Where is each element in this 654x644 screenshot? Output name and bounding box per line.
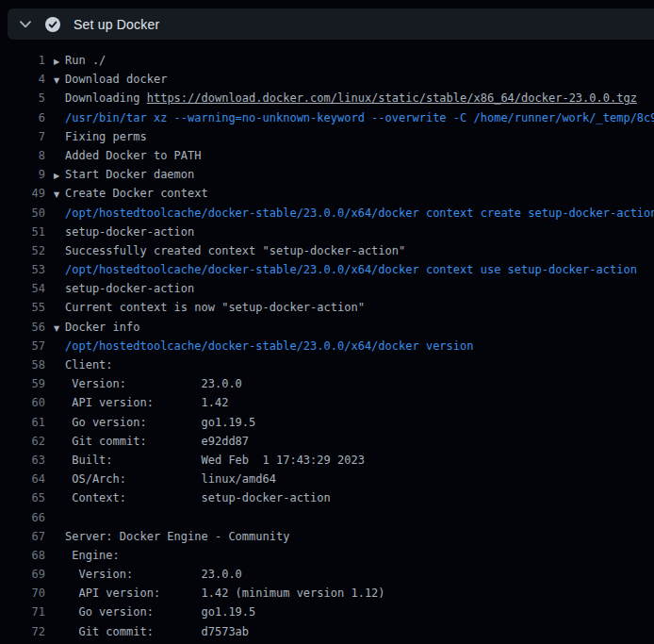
log-line-number[interactable]: 64 [0, 470, 45, 488]
log-text: OS/Arch: linux/amd64 [65, 470, 276, 488]
chevron-down-icon[interactable] [19, 18, 32, 31]
log-line: 66 [0, 508, 654, 527]
log-text: Engine: [65, 546, 120, 565]
workflow-log-viewport: Set up Docker 1▶Run ./4▼Download docker5… [0, 0, 654, 644]
chevron-right-icon[interactable]: ▶ [45, 53, 65, 72]
log-text: Server: Docker Engine - Community [65, 527, 289, 546]
log-line: 49▼Create Docker context [0, 184, 654, 203]
log-line: 9▶Start Docker daemon [0, 165, 654, 184]
log-text: Fixing perms [65, 127, 147, 146]
log-command-text: /opt/hostedtoolcache/docker-stable/23.0.… [65, 337, 473, 355]
log-line: 65 Context: setup-docker-action [0, 488, 654, 507]
log-text: Version: 23.0.0 [65, 374, 242, 393]
log-line: 72 Git commit: d7573ab [0, 622, 654, 641]
log-line: 69 Version: 23.0.0 [0, 565, 654, 584]
check-circle-icon [45, 17, 60, 32]
log-text: Current context is now "setup-docker-act… [65, 298, 365, 317]
log-line-number[interactable]: 72 [0, 622, 45, 641]
log-text: Go version: go1.19.5 [65, 413, 255, 432]
log-line: 50/opt/hostedtoolcache/docker-stable/23.… [0, 204, 654, 223]
log-line: 55Current context is now "setup-docker-a… [0, 298, 654, 317]
log-command-text: /opt/hostedtoolcache/docker-stable/23.0.… [65, 260, 637, 279]
log-group-title[interactable]: Docker info [65, 318, 139, 337]
log-line-number[interactable]: 8 [0, 146, 45, 165]
chevron-down-icon[interactable]: ▼ [45, 186, 65, 205]
chevron-down-icon[interactable]: ▼ [45, 320, 65, 339]
log-command-text: /usr/bin/tar xz --warning=no-unknown-key… [65, 108, 654, 127]
log-line: 51setup-docker-action [0, 223, 654, 241]
log-line: 52Successfully created context "setup-do… [0, 241, 654, 260]
log-text: Git commit: e92dd87 [65, 432, 249, 451]
log-line-number[interactable]: 71 [0, 603, 45, 621]
log-line-number[interactable]: 9 [0, 165, 45, 184]
log-text: Built: Wed Feb 1 17:43:29 2023 [65, 451, 365, 470]
log-line: 6/usr/bin/tar xz --warning=no-unknown-ke… [0, 108, 654, 127]
log-text: Context: setup-docker-action [65, 488, 331, 507]
log-line-number[interactable]: 65 [0, 488, 45, 507]
log-line-number[interactable]: 49 [0, 184, 45, 203]
log-line: 62 Git commit: e92dd87 [0, 432, 654, 451]
log-line: 58Client: [0, 355, 654, 374]
log-line-number[interactable]: 67 [0, 527, 45, 546]
log-text: Git commit: d7573ab [65, 622, 249, 641]
log-line-number[interactable]: 62 [0, 432, 45, 451]
log-group-title[interactable]: Run ./ [65, 51, 106, 70]
log-line: 60 API version: 1.42 [0, 393, 654, 412]
log-text: Client: [65, 355, 113, 374]
chevron-down-icon[interactable]: ▼ [45, 72, 65, 91]
log-line: 7Fixing perms [0, 127, 654, 146]
step-header[interactable]: Set up Docker [8, 8, 654, 40]
log-line-number[interactable]: 69 [0, 565, 45, 584]
log-line: 1▶Run ./ [0, 51, 654, 70]
log-line-number[interactable]: 50 [0, 204, 45, 223]
log-line-number[interactable]: 70 [0, 584, 45, 603]
log-line-number[interactable]: 7 [0, 127, 45, 146]
log-line-number[interactable]: 5 [0, 89, 45, 107]
log-line-number[interactable]: 63 [0, 451, 45, 470]
log-line: 53/opt/hostedtoolcache/docker-stable/23.… [0, 260, 654, 279]
log-line-number[interactable]: 52 [0, 241, 45, 260]
log-line-number[interactable]: 55 [0, 298, 45, 317]
log-line: 8Added Docker to PATH [0, 146, 654, 165]
log-line: 61 Go version: go1.19.5 [0, 413, 654, 432]
chevron-right-icon[interactable]: ▶ [45, 167, 65, 186]
log-text: API version: 1.42 [65, 393, 228, 412]
log-line-number[interactable]: 57 [0, 337, 45, 355]
log-line: 68 Engine: [0, 546, 654, 565]
log-line-number[interactable]: 68 [0, 546, 45, 565]
log-line-number[interactable]: 6 [0, 108, 45, 127]
log-group-title[interactable]: Start Docker daemon [65, 165, 194, 184]
log-line-number[interactable]: 58 [0, 355, 45, 374]
log-line-number[interactable]: 53 [0, 260, 45, 279]
log-line-number[interactable]: 56 [0, 318, 45, 337]
log-text: setup-docker-action [65, 223, 194, 241]
log-text: Go version: go1.19.5 [65, 603, 255, 621]
log-line: 54setup-docker-action [0, 279, 654, 298]
log-text: API version: 1.42 (minimum version 1.12) [65, 584, 385, 603]
log-line: 67Server: Docker Engine - Community [0, 527, 654, 546]
log-line-number[interactable]: 60 [0, 393, 45, 412]
download-url-link[interactable]: https://download.docker.com/linux/static… [147, 91, 637, 105]
log-line: 63 Built: Wed Feb 1 17:43:29 2023 [0, 451, 654, 470]
log-line: 64 OS/Arch: linux/amd64 [0, 470, 654, 488]
log-line: 70 API version: 1.42 (minimum version 1.… [0, 584, 654, 603]
log-line-number[interactable]: 61 [0, 413, 45, 432]
log-line: 4▼Download docker [0, 70, 654, 89]
log-line-number[interactable]: 59 [0, 374, 45, 393]
log-lines: 1▶Run ./4▼Download docker5Downloading ht… [0, 40, 654, 644]
log-line-number[interactable]: 1 [0, 51, 45, 70]
log-line-number[interactable]: 54 [0, 279, 45, 298]
log-line: 57/opt/hostedtoolcache/docker-stable/23.… [0, 337, 654, 355]
log-line: 71 Go version: go1.19.5 [0, 603, 654, 621]
log-text: setup-docker-action [65, 279, 194, 298]
log-command-text: /opt/hostedtoolcache/docker-stable/23.0.… [65, 204, 654, 223]
log-line-number[interactable]: 66 [0, 508, 45, 527]
log-line: 56▼Docker info [0, 318, 654, 337]
log-text: Successfully created context "setup-dock… [65, 241, 405, 260]
log-line-number[interactable]: 51 [0, 223, 45, 241]
log-line: 59 Version: 23.0.0 [0, 374, 654, 393]
log-line-number[interactable]: 4 [0, 70, 45, 89]
log-group-title[interactable]: Create Docker context [65, 184, 208, 203]
log-group-title[interactable]: Download docker [65, 70, 167, 89]
log-line: 5Downloading https://download.docker.com… [0, 89, 654, 107]
